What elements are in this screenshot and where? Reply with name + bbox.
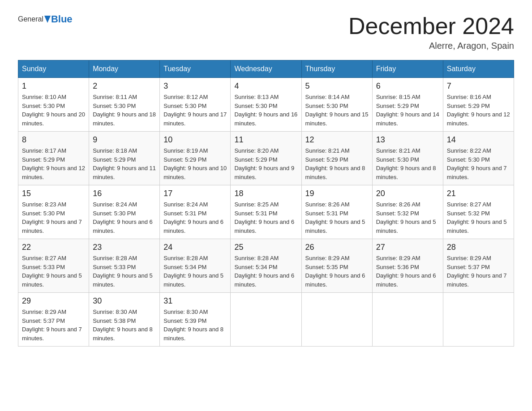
calendar-day-cell: 6Sunrise: 8:15 AMSunset: 5:29 PMDaylight… [372,78,443,132]
day-number: 2 [93,81,156,91]
calendar-header-row: SundayMondayTuesdayWednesdayThursdayFrid… [18,60,514,78]
day-of-week-header: Saturday [443,60,514,78]
day-number: 20 [376,189,439,198]
calendar-day-cell: 21Sunrise: 8:27 AMSunset: 5:32 PMDayligh… [443,185,514,239]
calendar-day-cell: 17Sunrise: 8:24 AMSunset: 5:31 PMDayligh… [160,185,231,239]
day-number: 25 [234,243,297,252]
day-sun-info: Sunrise: 8:26 AMSunset: 5:32 PMDaylight:… [376,200,439,235]
day-of-week-header: Wednesday [231,60,301,78]
day-sun-info: Sunrise: 8:13 AMSunset: 5:30 PMDaylight:… [234,93,297,128]
calendar-day-cell: 8Sunrise: 8:17 AMSunset: 5:29 PMDaylight… [18,132,89,185]
day-number: 18 [234,189,297,198]
day-number: 19 [305,189,369,198]
calendar-table: SundayMondayTuesdayWednesdayThursdayFrid… [18,60,514,347]
calendar-day-cell: 28Sunrise: 8:29 AMSunset: 5:37 PMDayligh… [443,239,514,293]
day-number: 8 [22,135,85,145]
calendar-day-cell: 9Sunrise: 8:18 AMSunset: 5:29 PMDaylight… [89,132,160,185]
day-number: 31 [163,296,227,306]
day-number: 26 [305,243,369,252]
day-sun-info: Sunrise: 8:12 AMSunset: 5:30 PMDaylight:… [163,93,227,128]
calendar-day-cell: 27Sunrise: 8:29 AMSunset: 5:36 PMDayligh… [372,239,443,293]
day-sun-info: Sunrise: 8:23 AMSunset: 5:30 PMDaylight:… [22,200,85,235]
day-of-week-header: Friday [372,60,443,78]
day-number: 6 [376,81,439,91]
day-of-week-header: Sunday [18,60,89,78]
day-sun-info: Sunrise: 8:15 AMSunset: 5:29 PMDaylight:… [376,93,439,128]
calendar-day-cell: 14Sunrise: 8:22 AMSunset: 5:30 PMDayligh… [443,132,514,185]
calendar-day-cell: 24Sunrise: 8:28 AMSunset: 5:34 PMDayligh… [160,239,231,293]
day-of-week-header: Monday [89,60,160,78]
day-number: 23 [93,243,156,252]
day-sun-info: Sunrise: 8:27 AMSunset: 5:32 PMDaylight:… [447,200,510,235]
logo-general-text: General [18,15,43,23]
calendar-day-cell: 15Sunrise: 8:23 AMSunset: 5:30 PMDayligh… [18,185,89,239]
day-of-week-header: Thursday [301,60,372,78]
day-sun-info: Sunrise: 8:28 AMSunset: 5:33 PMDaylight:… [93,254,156,289]
day-sun-info: Sunrise: 8:11 AMSunset: 5:30 PMDaylight:… [93,93,156,128]
day-number: 28 [447,243,510,252]
calendar-day-cell: 16Sunrise: 8:24 AMSunset: 5:30 PMDayligh… [89,185,160,239]
day-number: 15 [22,189,85,198]
day-sun-info: Sunrise: 8:24 AMSunset: 5:31 PMDaylight:… [163,200,227,235]
day-number: 13 [376,135,439,145]
day-sun-info: Sunrise: 8:18 AMSunset: 5:29 PMDaylight:… [93,146,156,181]
calendar-day-cell: 1Sunrise: 8:10 AMSunset: 5:30 PMDaylight… [18,78,89,132]
calendar-day-cell: 29Sunrise: 8:29 AMSunset: 5:37 PMDayligh… [18,293,89,347]
day-number: 30 [93,296,156,306]
day-sun-info: Sunrise: 8:27 AMSunset: 5:33 PMDaylight:… [22,254,85,289]
calendar-day-cell: 2Sunrise: 8:11 AMSunset: 5:30 PMDaylight… [89,78,160,132]
day-sun-info: Sunrise: 8:29 AMSunset: 5:37 PMDaylight:… [447,254,510,289]
day-sun-info: Sunrise: 8:30 AMSunset: 5:39 PMDaylight:… [163,308,227,342]
day-sun-info: Sunrise: 8:10 AMSunset: 5:30 PMDaylight:… [22,93,85,128]
day-sun-info: Sunrise: 8:24 AMSunset: 5:30 PMDaylight:… [93,200,156,235]
day-sun-info: Sunrise: 8:17 AMSunset: 5:29 PMDaylight:… [22,146,85,181]
day-sun-info: Sunrise: 8:22 AMSunset: 5:30 PMDaylight:… [447,146,510,181]
calendar-week-row: 1Sunrise: 8:10 AMSunset: 5:30 PMDaylight… [18,78,514,132]
calendar-day-cell [372,293,443,347]
day-sun-info: Sunrise: 8:14 AMSunset: 5:30 PMDaylight:… [305,93,369,128]
day-sun-info: Sunrise: 8:28 AMSunset: 5:34 PMDaylight:… [234,254,297,289]
day-sun-info: Sunrise: 8:30 AMSunset: 5:38 PMDaylight:… [93,308,156,342]
day-sun-info: Sunrise: 8:26 AMSunset: 5:31 PMDaylight:… [305,200,369,235]
day-number: 9 [93,135,156,145]
day-number: 14 [447,135,510,145]
day-sun-info: Sunrise: 8:29 AMSunset: 5:36 PMDaylight:… [376,254,439,289]
logo-triangle-icon [44,16,51,23]
month-title: December 2024 [348,13,514,39]
day-sun-info: Sunrise: 8:20 AMSunset: 5:29 PMDaylight:… [234,146,297,181]
calendar-day-cell: 3Sunrise: 8:12 AMSunset: 5:30 PMDaylight… [160,78,231,132]
title-block: December 2024 Alerre, Aragon, Spain [348,13,514,51]
day-number: 4 [234,81,297,91]
day-number: 11 [234,135,297,145]
calendar-day-cell: 7Sunrise: 8:16 AMSunset: 5:29 PMDaylight… [443,78,514,132]
svg-marker-0 [44,16,51,23]
calendar-day-cell [301,293,372,347]
logo-blue-text: Blue [51,13,73,25]
calendar-day-cell: 12Sunrise: 8:21 AMSunset: 5:29 PMDayligh… [301,132,372,185]
calendar-week-row: 29Sunrise: 8:29 AMSunset: 5:37 PMDayligh… [18,293,514,347]
calendar-day-cell: 10Sunrise: 8:19 AMSunset: 5:29 PMDayligh… [160,132,231,185]
calendar-day-cell: 31Sunrise: 8:30 AMSunset: 5:39 PMDayligh… [160,293,231,347]
calendar-week-row: 22Sunrise: 8:27 AMSunset: 5:33 PMDayligh… [18,239,514,293]
day-number: 12 [305,135,369,145]
day-number: 21 [447,189,510,198]
calendar-day-cell: 30Sunrise: 8:30 AMSunset: 5:38 PMDayligh… [89,293,160,347]
day-sun-info: Sunrise: 8:29 AMSunset: 5:35 PMDaylight:… [305,254,369,289]
day-number: 5 [305,81,369,91]
day-number: 16 [93,189,156,198]
day-sun-info: Sunrise: 8:21 AMSunset: 5:29 PMDaylight:… [305,146,369,181]
calendar-day-cell: 25Sunrise: 8:28 AMSunset: 5:34 PMDayligh… [231,239,301,293]
calendar-day-cell: 19Sunrise: 8:26 AMSunset: 5:31 PMDayligh… [301,185,372,239]
day-sun-info: Sunrise: 8:25 AMSunset: 5:31 PMDaylight:… [234,200,297,235]
calendar-day-cell: 22Sunrise: 8:27 AMSunset: 5:33 PMDayligh… [18,239,89,293]
day-number: 10 [163,135,227,145]
calendar-day-cell: 13Sunrise: 8:21 AMSunset: 5:30 PMDayligh… [372,132,443,185]
calendar-day-cell [443,293,514,347]
calendar-day-cell: 20Sunrise: 8:26 AMSunset: 5:32 PMDayligh… [372,185,443,239]
calendar-day-cell: 26Sunrise: 8:29 AMSunset: 5:35 PMDayligh… [301,239,372,293]
logo: General Blue [18,13,73,25]
day-sun-info: Sunrise: 8:21 AMSunset: 5:30 PMDaylight:… [376,146,439,181]
calendar-week-row: 15Sunrise: 8:23 AMSunset: 5:30 PMDayligh… [18,185,514,239]
day-number: 17 [163,189,227,198]
calendar-day-cell: 23Sunrise: 8:28 AMSunset: 5:33 PMDayligh… [89,239,160,293]
